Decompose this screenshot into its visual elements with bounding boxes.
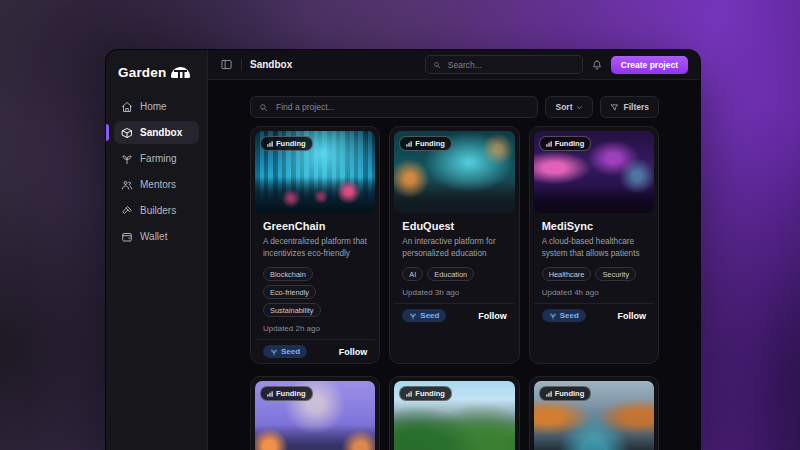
funding-badge: Funding [539,136,592,151]
follow-button[interactable]: Follow [478,311,507,321]
project-description: A cloud-based healthcare system that all… [542,236,646,261]
project-image: Funding [394,381,514,450]
builders-icon [121,205,133,217]
notifications-button[interactable] [591,59,603,71]
create-project-button[interactable]: Create project [611,56,688,74]
sprout-icon [549,312,557,320]
bar-chart-icon [406,391,412,397]
filters-button[interactable]: Filters [600,96,659,118]
seed-badge: Seed [542,309,586,322]
sidebar-item-label: Builders [140,205,176,216]
funding-badge-label: Funding [555,139,585,148]
project-card-safetrip[interactable]: Funding SafeTrip An AI-driven app that p… [529,376,659,450]
updated-text: Updated 4h ago [542,288,646,297]
sort-button[interactable]: Sort [545,96,593,118]
project-card-eduquest[interactable]: Funding EduQuest An interactive platform… [389,126,519,364]
main-content: Sort Filters Funding GreenChain A decent… [208,80,700,450]
project-card-medisync[interactable]: Funding MediSync A cloud-based healthcar… [529,126,659,364]
sidebar-item-home[interactable]: Home [114,95,199,118]
bar-chart-icon [267,141,273,147]
project-image: Funding [534,131,654,213]
topbar: Sandbox Create project [208,50,700,80]
garden-gate-icon [171,67,190,78]
global-search[interactable] [425,55,583,74]
bar-chart-icon [546,391,552,397]
sidebar-item-sandbox[interactable]: Sandbox [114,121,199,144]
tag[interactable]: Education [427,267,474,281]
home-icon [121,101,133,113]
find-project-search[interactable] [250,96,538,118]
seed-badge: Seed [263,345,307,358]
seed-badge: Seed [402,309,446,322]
tag[interactable]: Blockchain [263,267,313,281]
bar-chart-icon [267,391,273,397]
sidebar-toggle-button[interactable] [220,58,233,71]
sprout-icon [270,348,278,356]
app-window: Garden Home Sandbox Farming Mentors Buil… [106,50,700,450]
follow-button[interactable]: Follow [617,311,646,321]
project-card-techsavvy[interactable]: Funding TechSavvy A mobile-first platfor… [250,376,380,450]
sidebar-item-label: Mentors [140,179,176,190]
mentors-icon [121,179,133,191]
sidebar: Garden Home Sandbox Farming Mentors Buil… [106,50,208,450]
funding-badge: Funding [260,386,313,401]
tag[interactable]: Eco-friendly [263,285,316,299]
tag[interactable]: Security [595,267,636,281]
project-card-greenchain[interactable]: Funding GreenChain A decentralized platf… [250,126,380,364]
global-search-input[interactable] [446,59,575,71]
active-indicator [106,124,109,141]
sidebar-nav: Home Sandbox Farming Mentors Builders Wa… [106,93,207,250]
project-description: An interactive platform for personalized… [402,236,506,261]
funding-badge-label: Funding [415,389,445,398]
project-image: Funding [534,381,654,450]
bar-chart-icon [546,141,552,147]
follow-button[interactable]: Follow [339,347,368,357]
chevron-down-icon [576,104,583,111]
sidebar-item-mentors[interactable]: Mentors [114,173,199,196]
search-icon [433,61,441,69]
sidebar-item-label: Wallet [140,231,167,242]
project-grid: Funding GreenChain A decentralized platf… [250,126,659,450]
sidebar-item-label: Home [140,101,167,112]
tag-list: BlockchainEco-friendlySustainability [263,267,367,317]
seed-badge-label: Seed [281,347,300,356]
funding-badge: Funding [260,136,313,151]
tag[interactable]: Healthcare [542,267,592,281]
project-card-urbangrow[interactable]: Funding UrbanGrow A community-driven pro… [389,376,519,450]
sprout-icon [409,312,417,320]
sidebar-item-label: Farming [140,153,177,164]
tag-list: HealthcareSecurity [542,267,646,281]
sort-label: Sort [555,102,572,112]
project-title: EduQuest [402,220,506,232]
tag[interactable]: Sustainability [263,303,321,317]
updated-text: Updated 2h ago [263,324,367,333]
app-logo: Garden [106,50,207,93]
find-project-input[interactable] [274,101,529,113]
funding-badge: Funding [539,386,592,401]
seed-badge-label: Seed [560,311,579,320]
tag[interactable]: AI [402,267,423,281]
page-title: Sandbox [250,59,292,70]
project-image: Funding [255,381,375,450]
sidebar-item-label: Sandbox [140,127,182,138]
project-image: Funding [394,131,514,213]
project-toolbar: Sort Filters [250,96,659,118]
search-icon [259,103,268,112]
wallet-icon [121,231,133,243]
funding-badge-label: Funding [276,139,306,148]
app-logo-text: Garden [118,65,166,80]
sidebar-item-builders[interactable]: Builders [114,199,199,222]
sidebar-item-farming[interactable]: Farming [114,147,199,170]
funding-badge-label: Funding [555,389,585,398]
project-description: A decentralized platform that incentiviz… [263,236,367,261]
filter-icon [610,103,619,112]
topbar-divider [241,59,242,71]
project-title: MediSync [542,220,646,232]
funding-badge-label: Funding [276,389,306,398]
bell-icon [591,59,603,71]
sidebar-item-wallet[interactable]: Wallet [114,225,199,248]
updated-text: Updated 3h ago [402,288,506,297]
panel-left-icon [220,58,233,71]
bar-chart-icon [406,141,412,147]
funding-badge: Funding [399,386,452,401]
